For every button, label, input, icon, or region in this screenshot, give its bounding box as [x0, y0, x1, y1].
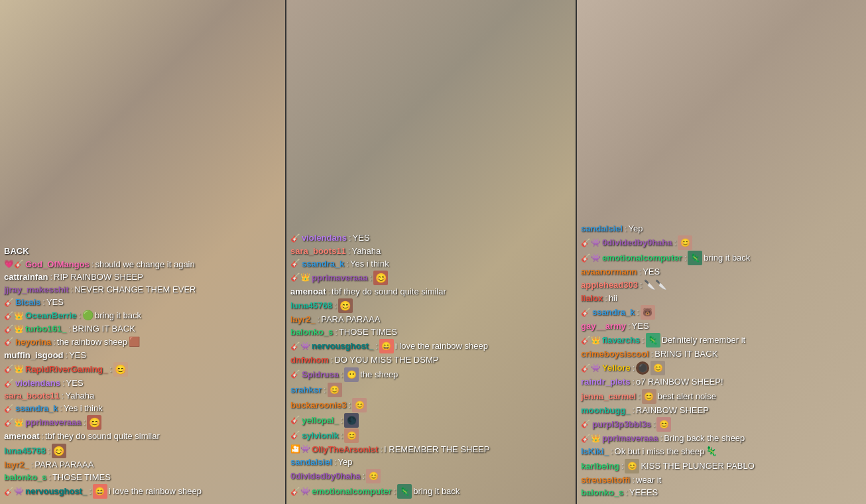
chat-line: layr2_: PARA PARAAA: [290, 314, 572, 326]
right-chat: sandalsiel: Yep 🎸👾 0dividedby0haha: 😊 🎸👾…: [577, 0, 866, 504]
left-chat: BACK 💗🎸 God_OfMangos: should we change i…: [0, 0, 285, 504]
chat-line: 🎸👑 pprimaveraaa: 😊: [290, 271, 572, 285]
chat-line: buckaroonie3: 😊: [290, 398, 572, 412]
chat-line: 🎸 Spidrusa: 😶 the sheep: [290, 367, 572, 382]
chat-line: balonko_s: THOSE TIMES: [290, 326, 572, 338]
chat-line: raindr_plets: o7 RAINBOW SHEEP!: [581, 376, 865, 388]
chat-line: avaanormann: YES: [581, 266, 865, 278]
chat-line: balonko_s: YEEES: [581, 487, 865, 499]
chat-line: moonbugg_: RAINBOW SHEEP: [581, 405, 865, 416]
chat-line: 🎸👑 pprimaveraaa: 😊: [4, 415, 281, 430]
chat-line: 🎸👾 Yellore: ⚫ 😊: [581, 361, 865, 375]
chat-line: 🎸 ssandra_k: Yes i think: [4, 403, 281, 414]
chat-line: 🎸👑 turbo161_: BRING IT BACK: [4, 323, 281, 335]
chat-line: 🎸 violendans: YES: [4, 377, 281, 389]
chat-line: IsKiki_: Ok but i miss the sheep 🦎: [581, 445, 865, 458]
chat-line: srahksr: 😊: [290, 383, 572, 397]
chat-line: 💗🎸 God_OfMangos: should we change it aga…: [4, 259, 281, 271]
chat-line: muffin_isgood: YES: [4, 349, 281, 361]
chat-line: 🎸👾 emotionalcomputer: 🦎 bring it back: [581, 251, 865, 265]
chat-line: 🎸 ssandra_k: 🐻: [581, 305, 865, 320]
chat-line: karlbeing: 😊 KISS THE PLUNGER PABLO: [581, 459, 865, 473]
chat-line: 🎸 ssandra_k: Yes i think: [290, 258, 572, 270]
chat-line: 🎦👾 OllyTheArsonist: I REMEMBER THE SHEEP: [290, 444, 572, 456]
chat-line: balonko_s: THOSE TIMES: [4, 472, 281, 483]
chat-line: lialox: hii: [581, 292, 865, 304]
chat-line: 🎸👑 flavarchs: 🦎 Definitely remember it: [581, 333, 865, 347]
chat-line: 🎸 sylvionik: 😊: [290, 428, 572, 443]
chat-line: amenoat: tbf they do sound quite similar: [4, 430, 281, 442]
chat-line: BACK: [4, 245, 281, 257]
chat-line: 🎸👾 emotionalcomputer: 🦎 bring it back: [290, 484, 572, 499]
chat-line: 🎸👑 pprimaveraaa: Bring back the sheep: [581, 432, 865, 444]
chat-line: 🎸 violendans: YES: [290, 232, 572, 244]
chat-line: amenoat: tbf they do sound quite similar: [290, 286, 572, 298]
chat-line: 🎸 Bicais: YES: [4, 296, 281, 308]
chat-line: sandalsiel: Yep: [581, 223, 865, 235]
chat-line: sandalsiel: Yep: [290, 456, 572, 468]
chat-line: 🎸 purpl3p3bbl3s: 😊: [581, 417, 865, 432]
chat-line: 0dividedby0haha: 😊: [290, 469, 572, 483]
chat-line: 🎸👾 nervousghost_: 😄 i love the rainbow s…: [290, 339, 572, 353]
mid-panel: 🎸 violendans: YES sara_boots11: Yahaha 🎸…: [286, 0, 576, 504]
chat-line: dnfwhom: DO YOU MISS THE DSMP: [290, 354, 572, 366]
chat-line: sara_boots11: Yahaha: [290, 245, 572, 257]
chat-line: luna45768: 😊: [4, 444, 281, 458]
chat-line: jenna_carmel: 😊 best alert noise: [581, 389, 865, 404]
chat-line: 🎸 heyorina: the rainbow sheep 🟫: [4, 336, 281, 349]
left-panel: BACK 💗🎸 God_OfMangos: should we change i…: [0, 0, 285, 504]
chat-line: 🎸👑 RapidRiverGaming_: 😊: [4, 362, 281, 377]
chat-line: luna45768: 😊: [290, 298, 572, 313]
chat-line: 🎸👑 OceanBerrie: 🟢 bring it back: [4, 309, 281, 322]
chat-line: applehead303: 🔪🔪: [581, 279, 865, 292]
right-panel: sandalsiel: Yep 🎸👾 0dividedby0haha: 😊 🎸👾…: [577, 0, 866, 504]
mid-chat: 🎸 violendans: YES sara_boots11: Yahaha 🎸…: [286, 0, 576, 504]
chat-line: streuseltoffi: wear it: [581, 474, 865, 486]
chat-line: crimeboysiscool: BRING IT BACK: [581, 348, 865, 360]
chat-line: 🎸👾 0dividedby0haha: 😊: [581, 235, 865, 250]
chat-line: cattrainfan: RIP RAINBOW SHEEP: [4, 271, 281, 283]
chat-line: 🎸 yellopal_: 🌑: [290, 413, 572, 428]
chat-line: layr2_: PARA PARAAA: [4, 459, 281, 471]
chat-line: gay__army: YES: [581, 320, 865, 332]
chat-line: sara_boots11: Yahaha: [4, 390, 281, 402]
chat-line: jjray_makesshit: NEVER CHANGE THEM EVER: [4, 284, 281, 296]
chat-line: 🎸👾 nervousghost_: 😄 i love the rainbow s…: [4, 484, 281, 499]
